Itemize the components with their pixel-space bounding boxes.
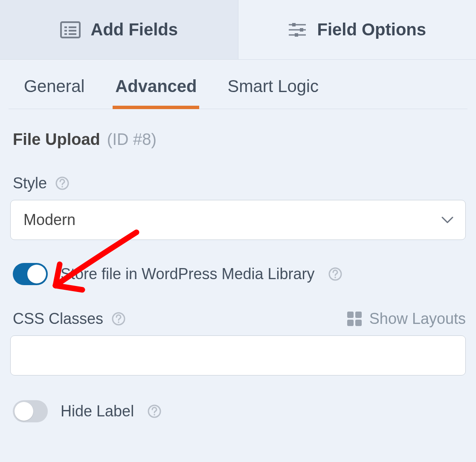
help-icon[interactable] [147,404,162,419]
css-classes-input-wrap [10,335,466,375]
grid-icon [346,311,363,327]
options-panel: File Upload (ID #8) Style Modern [0,109,476,430]
style-label: Style [13,174,47,192]
section-id-label: (ID #8) [107,130,157,149]
store-media-row: Store file in WordPress Media Library [10,255,466,293]
svg-point-18 [118,321,119,323]
css-classes-field: CSS Classes [10,310,466,375]
svg-rect-19 [347,312,354,318]
style-field: Style Modern [10,174,466,240]
tab-field-options-label: Field Options [317,20,426,39]
section-title: File Upload (ID #8) [10,130,466,149]
style-select[interactable]: Modern [10,200,466,240]
hide-label-label: Hide Label [61,402,134,420]
svg-point-14 [61,186,63,188]
hide-label-toggle[interactable] [13,400,48,422]
svg-rect-22 [355,320,362,326]
chevron-down-icon [441,216,454,224]
help-icon[interactable] [328,266,343,282]
svg-rect-8 [292,23,296,26]
show-layouts-label: Show Layouts [369,310,466,328]
svg-rect-20 [355,312,362,318]
css-classes-input[interactable] [23,336,453,375]
show-layouts-button[interactable]: Show Layouts [346,310,466,328]
list-form-icon [60,21,81,38]
toggle-knob [15,402,33,421]
tab-add-fields[interactable]: Add Fields [0,0,238,59]
css-classes-label-group: CSS Classes [13,310,126,328]
svg-rect-21 [347,320,354,326]
style-label-row: Style [10,174,466,192]
sliders-icon [288,21,307,38]
subtab-general[interactable]: General [21,77,87,109]
store-media-label: Store file in WordPress Media Library [61,265,315,283]
svg-rect-10 [300,28,303,32]
help-icon[interactable] [111,311,126,326]
hide-label-row: Hide Label [10,393,466,430]
store-media-toggle[interactable] [13,263,48,285]
css-classes-label: CSS Classes [13,310,103,328]
svg-rect-12 [295,33,298,37]
css-classes-label-row: CSS Classes [10,310,466,328]
help-icon[interactable] [55,176,70,191]
tab-add-fields-label: Add Fields [91,20,178,39]
top-tabs: Add Fields Field Options [0,0,476,60]
subtab-advanced[interactable]: Advanced [113,77,199,109]
tab-field-options[interactable]: Field Options [238,0,476,59]
subtab-smart-logic[interactable]: Smart Logic [225,77,321,109]
style-select-value: Modern [23,211,75,229]
svg-point-16 [334,277,336,278]
svg-point-24 [154,414,155,416]
section-title-text: File Upload [13,130,100,149]
sub-tabs: General Advanced Smart Logic [9,60,467,109]
toggle-knob [27,265,46,283]
